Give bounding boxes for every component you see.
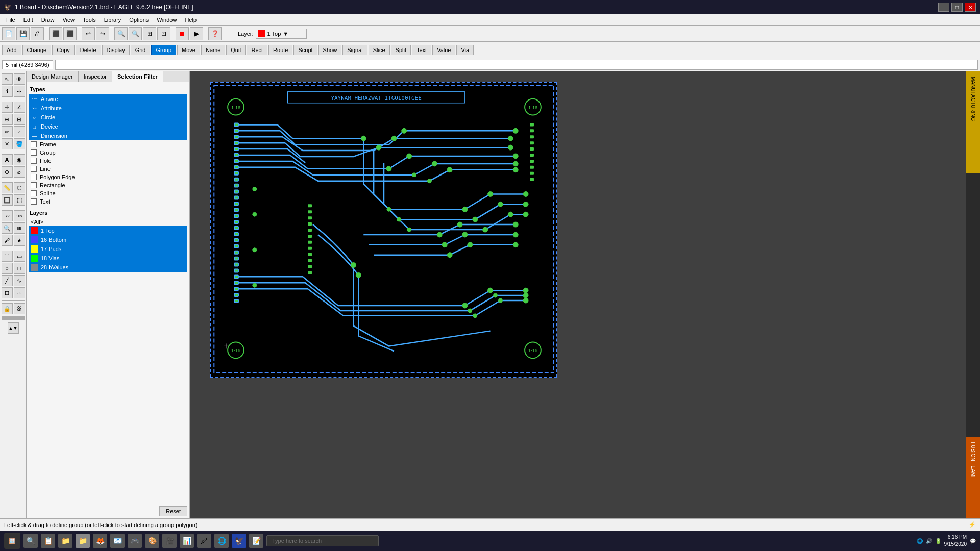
- zoom-in-button[interactable]: 🔍: [129, 27, 142, 40]
- dimension-tool[interactable]: ↔: [14, 287, 25, 298]
- eye-tool[interactable]: 👁: [14, 73, 25, 85]
- cmd-grid[interactable]: Grid: [131, 45, 151, 55]
- cmd-delete[interactable]: Delete: [76, 45, 101, 55]
- type-rectangle[interactable]: Rectangle: [29, 181, 187, 189]
- polygon-edge-checkbox[interactable]: [31, 174, 37, 180]
- type-text[interactable]: Text: [29, 197, 187, 206]
- 10x-tool[interactable]: 10x: [14, 210, 25, 221]
- maximize-button[interactable]: □: [951, 3, 963, 12]
- rect-tool[interactable]: ▭: [14, 251, 25, 262]
- cmd-route[interactable]: Route: [268, 45, 292, 55]
- group-tool[interactable]: ⬚: [14, 194, 25, 206]
- menu-window[interactable]: Window: [153, 16, 181, 24]
- move-tool[interactable]: ✛: [2, 102, 13, 113]
- drc2-tool[interactable]: 🔲: [2, 194, 13, 206]
- line-checkbox[interactable]: [31, 166, 37, 172]
- drc-button[interactable]: ⬛: [49, 27, 62, 40]
- app2-taskbar[interactable]: 🎨: [145, 534, 159, 548]
- cmd-change[interactable]: Change: [22, 45, 52, 55]
- R2-tool[interactable]: R2: [2, 210, 13, 221]
- type-hole[interactable]: Hole: [29, 157, 187, 165]
- type-frame[interactable]: Frame: [29, 140, 187, 148]
- copy-tool[interactable]: ⊕: [2, 114, 13, 125]
- pcb-canvas[interactable]: YAYNAM HERAZWAT 1TGOI00TGEE 1-16 1-16 1-…: [210, 82, 557, 378]
- print-button[interactable]: 🖨: [31, 27, 44, 40]
- app1-taskbar[interactable]: 🎮: [128, 534, 142, 548]
- taskbar-search[interactable]: [266, 535, 379, 546]
- layer-entry-pads[interactable]: 17 Pads: [29, 244, 187, 254]
- text-tool[interactable]: A: [2, 154, 13, 165]
- mail-taskbar[interactable]: 📧: [110, 534, 125, 548]
- fusion-team-tab[interactable]: FUSION TEAM: [966, 437, 980, 518]
- cmd-group[interactable]: Group: [151, 45, 176, 55]
- cmd-value[interactable]: Value: [432, 45, 455, 55]
- polygon-tool[interactable]: ⬡: [14, 182, 25, 193]
- rotate-tool[interactable]: ∠: [14, 102, 25, 113]
- layer-entry-top[interactable]: 1 Top: [29, 226, 187, 235]
- redo-button[interactable]: ↪: [96, 27, 109, 40]
- erc-button[interactable]: ⬛: [63, 27, 77, 40]
- bucket-tool[interactable]: 🪣: [14, 138, 25, 149]
- square-tool[interactable]: □: [14, 263, 25, 274]
- run-button[interactable]: ▶: [190, 27, 203, 40]
- type-polygon-edge[interactable]: Polygon Edge: [29, 173, 187, 181]
- cmd-rect[interactable]: Rect: [247, 45, 267, 55]
- pad-tool[interactable]: ◉: [14, 154, 25, 165]
- type-dimension[interactable]: — Dimension: [29, 131, 187, 140]
- wire-tool[interactable]: ⟋: [14, 126, 25, 137]
- tab-selection-filter[interactable]: Selection Filter: [112, 71, 163, 82]
- reset-button[interactable]: Reset: [159, 506, 187, 516]
- type-spline[interactable]: Spline: [29, 189, 187, 197]
- app3-taskbar[interactable]: 🎥: [162, 534, 177, 548]
- menu-file[interactable]: File: [2, 16, 19, 24]
- select-tool[interactable]: ↖: [2, 73, 13, 85]
- hatch-tool[interactable]: ⊟: [2, 287, 13, 298]
- type-device[interactable]: □ Device: [29, 122, 187, 131]
- spline-tool[interactable]: ∿: [14, 275, 25, 286]
- mirror-tool[interactable]: ⊞: [14, 114, 25, 125]
- device-taskbar[interactable]: 📝: [249, 534, 263, 548]
- measure-tool[interactable]: 📏: [2, 182, 13, 193]
- cmd-show[interactable]: Show: [318, 45, 342, 55]
- new-button[interactable]: 📄: [2, 27, 15, 40]
- text-checkbox[interactable]: [31, 198, 37, 205]
- menu-tools[interactable]: Tools: [79, 16, 100, 24]
- info-tool[interactable]: ℹ: [2, 86, 13, 97]
- via-tool[interactable]: ⊙: [2, 166, 13, 178]
- pencil-tool[interactable]: ✏: [2, 126, 13, 137]
- cmd-signal[interactable]: Signal: [342, 45, 368, 55]
- cmd-via[interactable]: Via: [456, 45, 474, 55]
- search-button[interactable]: 🔍: [23, 534, 38, 548]
- manufacturing-tab[interactable]: MANUFACTURING: [966, 71, 980, 173]
- zoom-out-button[interactable]: 🔍: [114, 27, 128, 40]
- cmd-text[interactable]: Text: [412, 45, 431, 55]
- command-input[interactable]: [55, 60, 978, 70]
- rectangle-checkbox[interactable]: [31, 182, 37, 188]
- browser-taskbar[interactable]: 🌐: [214, 534, 229, 548]
- help-button[interactable]: ❓: [208, 27, 222, 40]
- type-line[interactable]: Line: [29, 165, 187, 173]
- cmd-name[interactable]: Name: [201, 45, 225, 55]
- menu-edit[interactable]: Edit: [19, 16, 37, 24]
- spline-checkbox[interactable]: [31, 190, 37, 196]
- hole-checkbox[interactable]: [31, 158, 37, 164]
- zoom-fit-button[interactable]: ⊞: [143, 27, 156, 40]
- lock-tool[interactable]: 🔒: [2, 303, 13, 314]
- layer-dropdown[interactable]: 1 Top ▼: [256, 29, 307, 39]
- save-button[interactable]: 💾: [16, 27, 30, 40]
- chrome-taskbar[interactable]: 📁: [76, 534, 90, 548]
- cmd-script[interactable]: Script: [293, 45, 317, 55]
- cmd-move[interactable]: Move: [177, 45, 200, 55]
- cmd-display[interactable]: Display: [102, 45, 130, 55]
- layers-all-option[interactable]: <All>: [29, 218, 187, 226]
- cmd-slice[interactable]: Slice: [369, 45, 390, 55]
- type-group[interactable]: Group: [29, 148, 187, 157]
- canvas-area[interactable]: YAYNAM HERAZWAT 1TGOI00TGEE 1-16 1-16 1-…: [190, 71, 966, 518]
- minimize-button[interactable]: —: [938, 3, 949, 12]
- stop-button[interactable]: ⏹: [176, 27, 189, 40]
- menu-options[interactable]: Options: [125, 16, 153, 24]
- collapse-btn[interactable]: ▲▼: [8, 322, 19, 334]
- tab-inspector[interactable]: Inspector: [79, 71, 112, 82]
- cmd-copy[interactable]: Copy: [52, 45, 75, 55]
- menu-library[interactable]: Library: [100, 16, 126, 24]
